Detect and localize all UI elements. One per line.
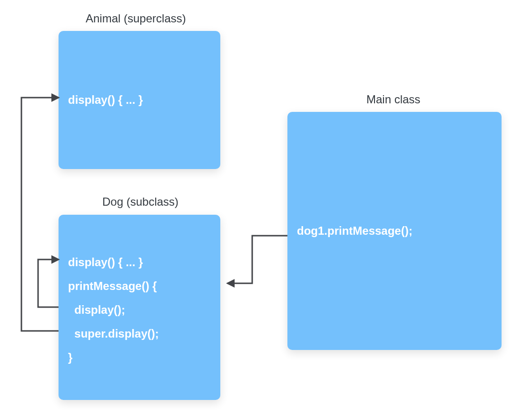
dog-title: Dog (subclass) [102,195,178,209]
main-code-line: dog1.printMessage(); [297,224,413,238]
dog-call-display: display(); [68,298,211,322]
arrow-main-to-printmessage [227,236,287,283]
arrow-super-to-animal-display [21,98,59,331]
dog-printmessage-open: printMessage() { [68,274,211,298]
animal-title: Animal (superclass) [86,12,186,25]
diagram-canvas: Animal (superclass) Dog (subclass) Main … [0,0,532,419]
main-box: dog1.printMessage(); [287,112,502,350]
arrow-display-to-dog-display [38,259,59,307]
dog-box: display() { ... } printMessage() { displ… [59,215,220,400]
dog-display-method: display() { ... } [68,250,211,274]
dog-printmessage-close: } [68,346,211,369]
animal-box: display() { ... } [59,31,220,169]
animal-display-method: display() { ... } [68,93,143,107]
dog-call-super-display: super.display(); [68,322,211,346]
main-title: Main class [366,93,420,106]
